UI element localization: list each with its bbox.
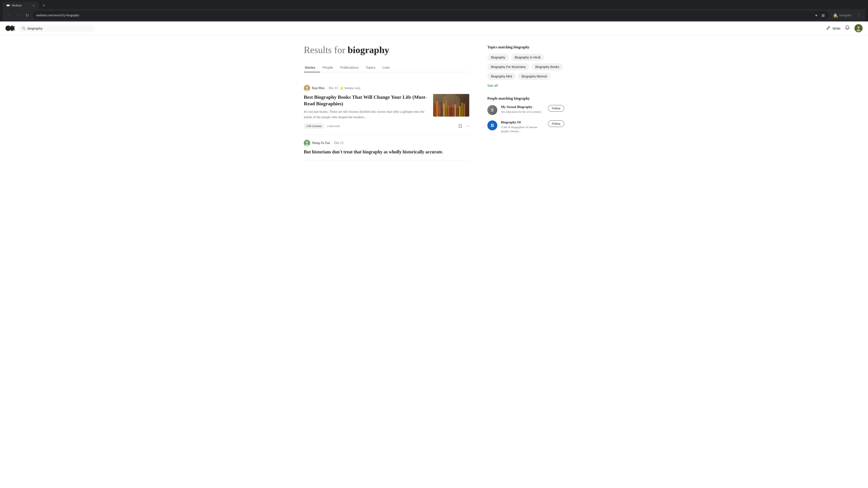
tab-people[interactable]: People [322,63,338,72]
read-time-1: 2 min read [327,124,340,128]
more-options-button-1[interactable]: ··· [466,124,469,128]
article-body-2: But historians don't treat that biograph… [304,149,469,155]
tab-favicon [6,4,10,7]
member-label-1: Member-only [344,86,361,90]
main-content: Results for biography Stories People Pub… [298,35,569,174]
person-bio-0: Sex education for the 21st century. [501,110,544,114]
article-title-2[interactable]: But historians don't treat that biograph… [304,149,469,155]
see-all-topics-button[interactable]: See all [487,84,498,88]
people-title: People matching biography [487,96,564,101]
topic-chip-0[interactable]: Biography [487,54,509,61]
person-avatar-letter-1: B [491,123,494,128]
topics-title: Topics matching biography [487,45,564,49]
browser-tab-medium[interactable]: Medium ✕ [3,2,39,9]
incognito-button[interactable]: 🕵 Incognito [831,12,853,19]
person-item-1: B Biography Of A list of biographies of … [487,121,564,133]
person-name-1[interactable]: Biography Of [501,121,544,124]
article-tags-1: Life Lessons 2 min read [304,123,340,129]
article-body-1: Best Biography Books That Will Change Yo… [304,94,469,120]
user-avatar[interactable] [855,24,863,32]
browser-more-button[interactable]: ⋮ [855,12,863,19]
article-footer-1: Life Lessons 2 min read ··· [304,123,469,129]
reload-icon: ↻ [26,13,29,18]
article-text-1: Best Biography Books That Will Change Yo… [304,94,428,120]
person-item-0: S My Sexual Biography Sex education for … [487,105,564,115]
save-button-1[interactable] [458,124,462,128]
article-excerpt-1: It's not just books. These are life less… [304,109,428,120]
browser-chrome: Medium ✕ + ← → ↻ medium.com/search?q=bio… [0,0,868,22]
person-info-1: Biography Of A list of biographies of fa… [501,121,544,133]
forward-icon: → [16,13,20,18]
person-bio-1: A list of biographies of famous people, … [501,125,544,133]
header-search[interactable] [18,25,95,32]
meta-dot-1: · [327,87,327,90]
bookmark-icon-btn[interactable]: ★ [814,12,819,18]
article-text-2: But historians don't treat that biograph… [304,149,469,155]
results-heading: Results for biography [304,44,469,56]
topic-chip-1[interactable]: Biography In Hindi [511,54,544,61]
svg-point-1 [8,4,10,6]
article-meta-1: Raja Bhai · Dec 13 ⭐ Member-only [304,85,469,91]
url-text: medium.com/search?q=biography [36,13,79,17]
tab-stories[interactable]: Stories [304,63,320,72]
results-query: biography [348,45,389,55]
address-bar-icons: ★ ▦ [814,12,826,18]
article-thumbnail-1[interactable] [433,94,469,117]
right-sidebar: Topics matching biography Biography Biog… [487,44,564,161]
svg-point-4 [13,26,14,31]
address-bar[interactable]: medium.com/search?q=biography ★ ▦ [33,11,829,20]
person-name-0[interactable]: My Sexual Biography [501,105,544,109]
topic-chip-3[interactable]: Biography Books [532,63,563,70]
topic-chip-5[interactable]: Biography Memoir [518,73,551,80]
article-date-1: Dec 13 [329,86,338,90]
article-tag-1[interactable]: Life Lessons [304,123,324,129]
tab-lists[interactable]: Lists [382,63,394,72]
svg-point-3 [10,26,14,31]
topic-chip-2[interactable]: Biography For Musicians [487,63,529,70]
person-avatar-letter-0: S [491,107,493,113]
article-card-2: Sheng-Ta Tsai · Dec 13 But historians do… [304,134,469,161]
forward-button[interactable]: → [14,12,22,19]
incognito-icon: 🕵 [833,13,838,18]
svg-point-15 [306,141,308,143]
write-label: Write [833,26,840,30]
medium-logo[interactable] [5,25,14,31]
follow-button-1[interactable]: Follow [548,121,564,127]
search-icon [22,26,25,30]
browser-tab-bar: Medium ✕ + [3,2,865,9]
notification-button[interactable] [845,25,850,31]
tab-publications[interactable]: Publications [339,63,363,72]
tab-title: Medium [12,4,22,7]
center-column: Results for biography Stories People Pub… [304,44,469,161]
people-section: People matching biography S My Sexual Bi… [487,96,564,133]
write-button[interactable]: Write [826,26,840,31]
search-input[interactable] [28,26,91,30]
topic-chip-4[interactable]: Biography Mint [487,73,516,80]
star-icon: ⭐ [340,86,344,90]
person-avatar-1: B [487,121,497,130]
article-meta-2: Sheng-Ta Tsai · Dec 13 [304,140,469,146]
medium-header: Write [0,22,868,35]
search-tabs: Stories People Publications Topics Lists [304,63,469,72]
article-card-1: Raja Bhai · Dec 13 ⭐ Member-only Best Bi… [304,79,469,134]
split-view-btn[interactable]: ▦ [820,12,826,18]
back-icon: ← [7,13,11,18]
new-tab-button[interactable]: + [41,2,47,9]
member-badge-1: ⭐ Member-only [340,86,361,90]
tab-close-button[interactable]: ✕ [32,4,35,7]
tab-topics[interactable]: Topics [365,63,380,72]
meta-dot-2: · [332,141,333,144]
results-prefix: Results for [304,45,345,55]
svg-point-2 [5,26,11,31]
author-avatar-1 [304,85,310,91]
follow-button-0[interactable]: Follow [548,105,564,111]
svg-point-12 [306,86,308,89]
reload-button[interactable]: ↻ [24,12,31,19]
header-actions: Write [826,24,863,32]
article-title-1[interactable]: Best Biography Books That Will Change Yo… [304,94,428,107]
medium-app: Write Results for [0,22,868,174]
article-actions-1: ··· [458,124,469,128]
author-name-1: Raja Bhai [312,86,324,90]
back-button[interactable]: ← [5,12,13,19]
person-avatar-0: S [487,105,497,115]
